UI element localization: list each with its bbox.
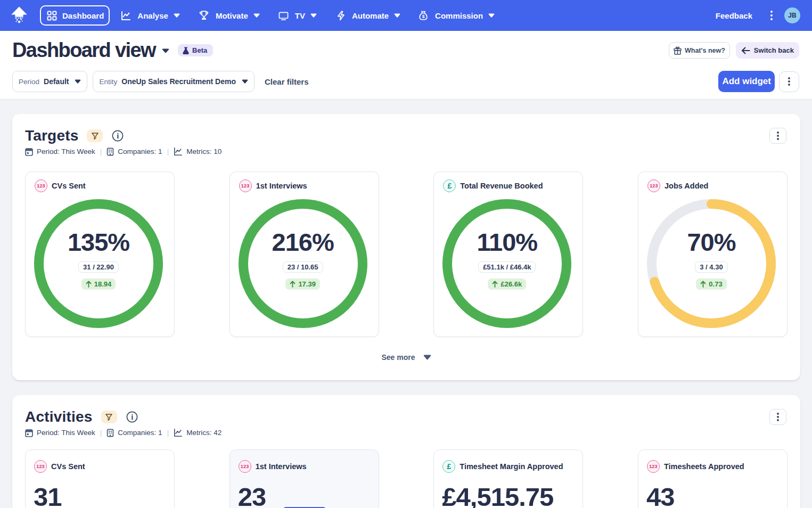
svg-text:i: i [117, 132, 119, 140]
svg-text:$: $ [422, 13, 425, 19]
svg-text:i: i [131, 413, 133, 421]
